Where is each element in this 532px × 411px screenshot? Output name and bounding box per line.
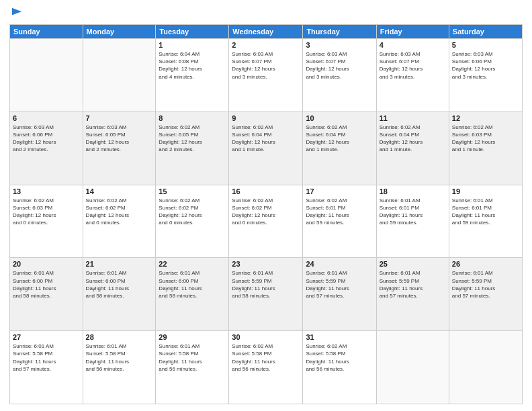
calendar-cell bbox=[83, 39, 156, 112]
calendar-cell: 9Sunrise: 6:02 AM Sunset: 6:04 PM Daylig… bbox=[229, 111, 303, 185]
day-number: 18 bbox=[380, 187, 446, 195]
day-number: 25 bbox=[380, 260, 446, 268]
day-number: 1 bbox=[159, 41, 226, 49]
day-info: Sunrise: 6:02 AM Sunset: 6:02 PM Dayligh… bbox=[232, 197, 300, 227]
day-info: Sunrise: 6:02 AM Sunset: 6:04 PM Dayligh… bbox=[232, 124, 300, 154]
calendar-cell: 31Sunrise: 6:02 AM Sunset: 5:58 PM Dayli… bbox=[303, 331, 376, 404]
calendar-cell: 20Sunrise: 6:01 AM Sunset: 6:00 PM Dayli… bbox=[10, 258, 83, 331]
day-info: Sunrise: 6:01 AM Sunset: 5:58 PM Dayligh… bbox=[86, 342, 153, 373]
day-number: 12 bbox=[452, 114, 519, 122]
day-number: 7 bbox=[86, 114, 153, 122]
day-info: Sunrise: 6:03 AM Sunset: 6:07 PM Dayligh… bbox=[306, 50, 373, 81]
calendar-cell bbox=[376, 331, 449, 404]
day-number: 24 bbox=[306, 260, 373, 268]
day-number: 16 bbox=[232, 187, 300, 195]
day-number: 14 bbox=[86, 187, 153, 195]
day-number: 21 bbox=[86, 260, 153, 268]
calendar-cell bbox=[449, 331, 522, 404]
logo bbox=[9, 7, 23, 19]
calendar-cell: 12Sunrise: 6:02 AM Sunset: 6:03 PM Dayli… bbox=[449, 111, 522, 185]
day-info: Sunrise: 6:02 AM Sunset: 6:04 PM Dayligh… bbox=[380, 124, 446, 154]
calendar-week-row: 20Sunrise: 6:01 AM Sunset: 6:00 PM Dayli… bbox=[10, 258, 523, 331]
calendar-cell: 27Sunrise: 6:01 AM Sunset: 5:58 PM Dayli… bbox=[10, 331, 83, 404]
day-number: 2 bbox=[232, 41, 300, 49]
calendar-table: SundayMondayTuesdayWednesdayThursdayFrid… bbox=[9, 24, 523, 404]
calendar-cell: 10Sunrise: 6:02 AM Sunset: 6:04 PM Dayli… bbox=[303, 111, 376, 185]
calendar-cell: 8Sunrise: 6:02 AM Sunset: 6:05 PM Daylig… bbox=[156, 111, 229, 185]
day-number: 10 bbox=[306, 114, 373, 122]
day-number: 19 bbox=[452, 187, 519, 195]
day-info: Sunrise: 6:02 AM Sunset: 6:03 PM Dayligh… bbox=[13, 197, 80, 227]
day-info: Sunrise: 6:02 AM Sunset: 6:03 PM Dayligh… bbox=[452, 124, 519, 154]
day-info: Sunrise: 6:01 AM Sunset: 5:59 PM Dayligh… bbox=[306, 269, 373, 300]
calendar-cell: 18Sunrise: 6:01 AM Sunset: 6:01 PM Dayli… bbox=[376, 185, 449, 258]
day-number: 17 bbox=[306, 187, 373, 195]
calendar-cell: 30Sunrise: 6:02 AM Sunset: 5:58 PM Dayli… bbox=[229, 331, 303, 404]
svg-marker-0 bbox=[12, 8, 21, 15]
day-info: Sunrise: 6:02 AM Sunset: 6:01 PM Dayligh… bbox=[306, 197, 373, 227]
weekday-header-tuesday: Tuesday bbox=[156, 25, 229, 39]
day-info: Sunrise: 6:01 AM Sunset: 5:59 PM Dayligh… bbox=[380, 269, 446, 300]
weekday-header-sunday: Sunday bbox=[10, 25, 83, 39]
day-number: 6 bbox=[13, 114, 80, 122]
weekday-header-row: SundayMondayTuesdayWednesdayThursdayFrid… bbox=[10, 25, 523, 39]
calendar-cell: 23Sunrise: 6:01 AM Sunset: 5:59 PM Dayli… bbox=[229, 258, 303, 331]
day-info: Sunrise: 6:01 AM Sunset: 5:59 PM Dayligh… bbox=[452, 269, 519, 300]
calendar-cell: 15Sunrise: 6:02 AM Sunset: 6:02 PM Dayli… bbox=[156, 185, 229, 258]
day-number: 4 bbox=[380, 41, 446, 49]
calendar-week-row: 27Sunrise: 6:01 AM Sunset: 5:58 PM Dayli… bbox=[10, 331, 523, 404]
day-number: 3 bbox=[306, 41, 373, 49]
day-number: 28 bbox=[86, 333, 153, 341]
day-info: Sunrise: 6:01 AM Sunset: 6:00 PM Dayligh… bbox=[86, 269, 153, 300]
weekday-header-thursday: Thursday bbox=[303, 25, 376, 39]
calendar-cell: 22Sunrise: 6:01 AM Sunset: 6:00 PM Dayli… bbox=[156, 258, 229, 331]
calendar-cell: 19Sunrise: 6:01 AM Sunset: 6:01 PM Dayli… bbox=[449, 185, 522, 258]
header bbox=[9, 7, 523, 19]
day-info: Sunrise: 6:01 AM Sunset: 5:58 PM Dayligh… bbox=[159, 342, 226, 373]
day-info: Sunrise: 6:01 AM Sunset: 6:01 PM Dayligh… bbox=[380, 197, 446, 227]
day-info: Sunrise: 6:02 AM Sunset: 6:04 PM Dayligh… bbox=[306, 124, 373, 154]
calendar-cell: 26Sunrise: 6:01 AM Sunset: 5:59 PM Dayli… bbox=[449, 258, 522, 331]
calendar-cell: 28Sunrise: 6:01 AM Sunset: 5:58 PM Dayli… bbox=[83, 331, 156, 404]
weekday-header-saturday: Saturday bbox=[449, 25, 522, 39]
day-info: Sunrise: 6:02 AM Sunset: 6:02 PM Dayligh… bbox=[159, 197, 226, 227]
day-number: 11 bbox=[380, 114, 446, 122]
day-info: Sunrise: 6:01 AM Sunset: 6:01 PM Dayligh… bbox=[452, 197, 519, 227]
day-number: 22 bbox=[159, 260, 226, 268]
calendar-cell: 6Sunrise: 6:03 AM Sunset: 6:06 PM Daylig… bbox=[10, 111, 83, 185]
logo-flag-icon bbox=[11, 7, 23, 19]
calendar-cell: 7Sunrise: 6:03 AM Sunset: 6:05 PM Daylig… bbox=[83, 111, 156, 185]
calendar-cell: 2Sunrise: 6:03 AM Sunset: 6:07 PM Daylig… bbox=[229, 39, 303, 112]
weekday-header-friday: Friday bbox=[376, 25, 449, 39]
day-info: Sunrise: 6:01 AM Sunset: 5:58 PM Dayligh… bbox=[13, 342, 80, 373]
day-number: 30 bbox=[232, 333, 300, 341]
weekday-header-wednesday: Wednesday bbox=[229, 25, 303, 39]
day-info: Sunrise: 6:02 AM Sunset: 6:02 PM Dayligh… bbox=[86, 197, 153, 227]
calendar-cell: 21Sunrise: 6:01 AM Sunset: 6:00 PM Dayli… bbox=[83, 258, 156, 331]
day-info: Sunrise: 6:01 AM Sunset: 6:00 PM Dayligh… bbox=[159, 269, 226, 300]
calendar-cell: 14Sunrise: 6:02 AM Sunset: 6:02 PM Dayli… bbox=[83, 185, 156, 258]
day-info: Sunrise: 6:01 AM Sunset: 6:00 PM Dayligh… bbox=[13, 269, 80, 300]
day-number: 26 bbox=[452, 260, 519, 268]
day-number: 5 bbox=[452, 41, 519, 49]
calendar-cell: 24Sunrise: 6:01 AM Sunset: 5:59 PM Dayli… bbox=[303, 258, 376, 331]
calendar-cell: 25Sunrise: 6:01 AM Sunset: 5:59 PM Dayli… bbox=[376, 258, 449, 331]
day-number: 31 bbox=[306, 333, 373, 341]
calendar-cell bbox=[10, 39, 83, 112]
day-number: 9 bbox=[232, 114, 300, 122]
calendar-cell: 17Sunrise: 6:02 AM Sunset: 6:01 PM Dayli… bbox=[303, 185, 376, 258]
day-number: 15 bbox=[159, 187, 226, 195]
day-info: Sunrise: 6:02 AM Sunset: 6:05 PM Dayligh… bbox=[159, 124, 226, 154]
calendar-cell: 5Sunrise: 6:03 AM Sunset: 6:06 PM Daylig… bbox=[449, 39, 522, 112]
calendar-cell: 3Sunrise: 6:03 AM Sunset: 6:07 PM Daylig… bbox=[303, 39, 376, 112]
calendar-cell: 29Sunrise: 6:01 AM Sunset: 5:58 PM Dayli… bbox=[156, 331, 229, 404]
calendar-week-row: 6Sunrise: 6:03 AM Sunset: 6:06 PM Daylig… bbox=[10, 111, 523, 185]
day-info: Sunrise: 6:03 AM Sunset: 6:06 PM Dayligh… bbox=[452, 50, 519, 81]
day-number: 20 bbox=[13, 260, 80, 268]
calendar-cell: 11Sunrise: 6:02 AM Sunset: 6:04 PM Dayli… bbox=[376, 111, 449, 185]
day-number: 8 bbox=[159, 114, 226, 122]
calendar-week-row: 13Sunrise: 6:02 AM Sunset: 6:03 PM Dayli… bbox=[10, 185, 523, 258]
calendar-cell: 4Sunrise: 6:03 AM Sunset: 6:07 PM Daylig… bbox=[376, 39, 449, 112]
weekday-header-monday: Monday bbox=[83, 25, 156, 39]
day-number: 23 bbox=[232, 260, 300, 268]
